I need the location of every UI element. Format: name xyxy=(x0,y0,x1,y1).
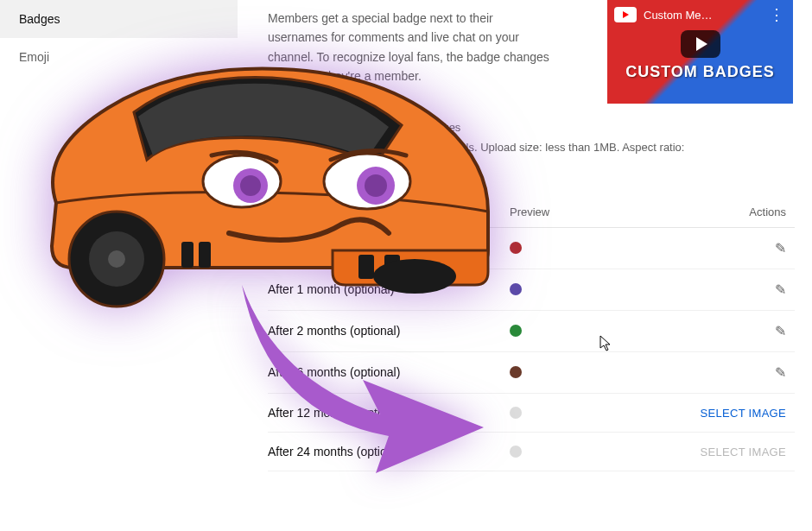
badge-preview xyxy=(510,242,682,254)
action-cell: ✎ xyxy=(682,240,795,256)
youtube-icon xyxy=(614,7,637,22)
empty-badge-icon xyxy=(510,407,522,419)
cursor-icon xyxy=(599,335,613,356)
badge-preview xyxy=(510,325,682,337)
edit-icon[interactable]: ✎ xyxy=(775,324,786,338)
play-icon xyxy=(696,37,707,51)
select-image-button[interactable]: SELECT IMAGE xyxy=(701,446,786,458)
edit-icon[interactable]: ✎ xyxy=(775,282,786,297)
action-cell: SELECT IMAGE xyxy=(682,445,795,458)
action-cell: ✎ xyxy=(682,323,795,339)
select-image-button[interactable]: SELECT IMAGE xyxy=(701,407,786,420)
car-overlay-graphic xyxy=(4,30,505,315)
play-button[interactable] xyxy=(681,30,720,58)
svg-rect-3 xyxy=(199,242,211,268)
action-cell: SELECT IMAGE xyxy=(682,406,795,420)
video-thumbnail[interactable]: Custom Me… ⋮ CUSTOM BADGES xyxy=(607,0,793,104)
edit-icon[interactable]: ✎ xyxy=(775,241,786,256)
video-top-bar: Custom Me… ⋮ xyxy=(614,5,786,24)
edit-icon[interactable]: ✎ xyxy=(775,365,786,380)
badge-icon xyxy=(510,325,522,337)
header-preview: Preview xyxy=(510,205,682,218)
badge-preview xyxy=(510,366,682,378)
svg-point-11 xyxy=(240,175,261,196)
action-cell: ✎ xyxy=(682,281,795,298)
svg-rect-0 xyxy=(358,255,374,279)
badge-icon xyxy=(510,366,522,378)
svg-point-6 xyxy=(108,250,125,268)
svg-rect-2 xyxy=(181,242,193,268)
empty-badge-icon xyxy=(510,446,522,458)
header-actions: Actions xyxy=(682,205,795,218)
badge-preview xyxy=(510,283,682,295)
more-icon[interactable]: ⋮ xyxy=(769,5,786,24)
action-cell: ✎ xyxy=(682,364,795,381)
badge-icon xyxy=(510,242,522,254)
badge-icon xyxy=(510,283,522,295)
svg-point-7 xyxy=(373,259,456,294)
badge-preview xyxy=(510,446,682,458)
video-title: Custom Me… xyxy=(644,9,762,22)
badge-preview xyxy=(510,407,682,419)
video-label: CUSTOM BADGES xyxy=(625,63,775,81)
svg-point-13 xyxy=(365,174,387,197)
